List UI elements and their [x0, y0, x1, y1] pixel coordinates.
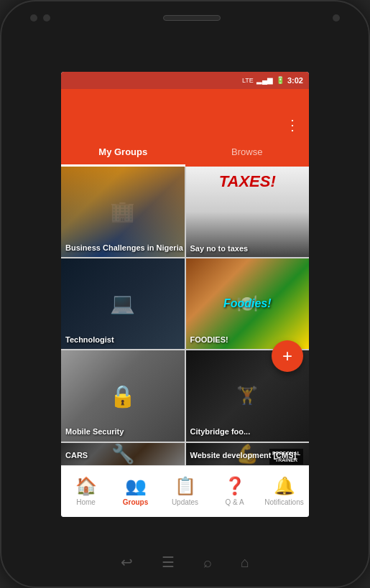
nav-item-notifications[interactable]: 🔔 Notifications	[259, 476, 309, 506]
groups-grid: 🏢 Business Challenges in Nigeria TAXES! …	[61, 167, 309, 465]
home-icon: 🏠	[75, 476, 97, 496]
lte-indicator: LTE	[242, 77, 254, 84]
tab-bar: My Groups Browse	[61, 139, 309, 167]
grid-item-cars[interactable]: 🔧 CARS	[61, 443, 185, 465]
mobile-security-label: Mobile Security	[65, 427, 124, 437]
grid-item-foodies[interactable]: 🍽️ Foodies! FOODIES!	[186, 258, 310, 349]
add-group-fab[interactable]: +	[272, 340, 303, 372]
more-options-button[interactable]: ⋮	[285, 116, 300, 134]
grid-item-technologist[interactable]: 💻 Technologist	[61, 258, 185, 349]
nav-item-home[interactable]: 🏠 Home	[61, 476, 111, 506]
speaker-grille	[163, 15, 221, 21]
nav-item-updates[interactable]: 📋 Updates	[160, 476, 210, 506]
groups-label: Groups	[123, 498, 149, 506]
foodies-center-label: Foodies!	[223, 297, 272, 310]
speaker-dot	[43, 14, 50, 22]
app-header: ⋮	[61, 89, 309, 139]
signal-indicator: ▂▄▆	[256, 76, 273, 84]
phone-device: LTE ▂▄▆ 🔋 3:02 ⋮ My Groups Browse 🏢	[0, 0, 370, 588]
battery-indicator: 🔋	[276, 76, 285, 84]
sensor-dot	[333, 14, 340, 22]
qna-label: Q & A	[225, 498, 244, 506]
technologist-label: Technologist	[65, 335, 114, 345]
grid-item-taxes[interactable]: TAXES! Say no to taxes	[186, 167, 310, 257]
taxes-label: Say no to taxes	[190, 244, 249, 253]
phone-screen: LTE ▂▄▆ 🔋 3:02 ⋮ My Groups Browse 🏢	[61, 72, 309, 517]
website-development-label: Website development [CMS]	[190, 451, 297, 460]
search-hardware-button[interactable]: ⌕	[203, 554, 212, 571]
menu-hardware-button[interactable]: ☰	[162, 554, 175, 571]
citybridge-label: Citybridge foo...	[190, 427, 251, 437]
tab-browse[interactable]: Browse	[185, 139, 310, 167]
grid-item-business-challenges[interactable]: 🏢 Business Challenges in Nigeria	[61, 167, 185, 257]
qna-icon: ❓	[224, 476, 246, 496]
groups-icon: 👥	[125, 476, 147, 496]
updates-icon: 📋	[175, 476, 196, 496]
right-sensors	[333, 14, 340, 22]
nav-item-groups[interactable]: 👥 Groups	[111, 476, 160, 506]
taxes-top-text: TAXES!	[186, 172, 310, 191]
foodies-label: FOODIES!	[190, 335, 228, 345]
tab-my-groups[interactable]: My Groups	[61, 139, 185, 167]
camera-area	[30, 14, 50, 22]
home-label: Home	[76, 498, 96, 506]
nav-item-qna[interactable]: ❓ Q & A	[210, 476, 259, 506]
updates-label: Updates	[172, 498, 198, 506]
home-hardware-button[interactable]: ⌂	[241, 554, 249, 571]
grid-item-website-development[interactable]: 💪 PERSONALTRAINER Website development [C…	[186, 443, 310, 465]
clock: 3:02	[287, 76, 303, 85]
hardware-nav-bar: ↩ ☰ ⌕ ⌂	[121, 554, 249, 571]
status-bar: LTE ▂▄▆ 🔋 3:02	[61, 72, 309, 89]
bottom-navigation: 🏠 Home 👥 Groups 📋 Updates ❓ Q & A 🔔 Noti…	[61, 465, 309, 517]
grid-item-mobile-security[interactable]: 🔒 Mobile Security	[61, 350, 185, 441]
notifications-icon: 🔔	[274, 476, 295, 496]
notifications-label: Notifications	[264, 498, 303, 506]
back-hardware-button[interactable]: ↩	[121, 554, 133, 571]
business-challenges-label: Business Challenges in Nigeria	[65, 243, 183, 253]
camera-lens	[30, 14, 37, 22]
cars-label: CARS	[65, 451, 88, 460]
phone-top-hardware	[1, 14, 369, 22]
